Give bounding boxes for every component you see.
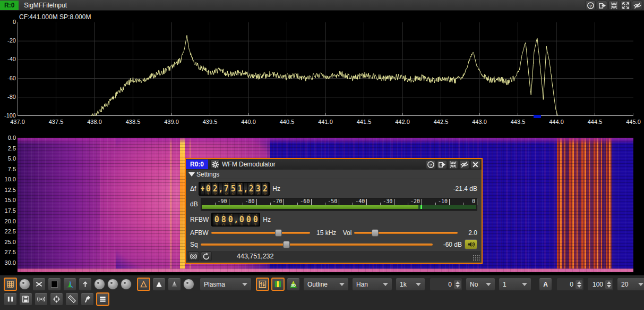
background-color-button[interactable] <box>48 278 61 291</box>
hide-button[interactable] <box>459 160 469 169</box>
ruler-button[interactable] <box>65 292 79 306</box>
maximize-button[interactable] <box>620 1 631 10</box>
digit-cell[interactable]: 021 <box>236 183 243 195</box>
ref-level-knob[interactable] <box>19 279 30 290</box>
volume-slider[interactable] <box>354 229 458 237</box>
arrow-down-icon[interactable] <box>577 285 581 288</box>
waterfall-arrows-button[interactable] <box>256 278 269 291</box>
knob-3[interactable] <box>107 279 118 290</box>
gear-icon[interactable] <box>210 160 220 169</box>
digit-cell[interactable]: 465 <box>229 183 236 195</box>
digit-cell[interactable]: 132 <box>247 183 254 195</box>
autoscale-button[interactable]: A <box>539 278 552 291</box>
frequency-dial[interactable]: +910132,687465021,132243132 <box>199 182 270 196</box>
x-icon <box>35 280 43 288</box>
fft-overlap-spin[interactable]: 0 <box>430 278 462 291</box>
digit-cell[interactable]: , <box>218 183 222 195</box>
digit-cell[interactable]: 910 <box>252 214 259 225</box>
digit-cell[interactable]: 910 <box>213 214 220 225</box>
digit-cell[interactable]: 910 <box>245 214 252 225</box>
digit-cell[interactable]: 910 <box>238 214 245 225</box>
chevron-down-icon <box>416 283 421 286</box>
channel-badge[interactable]: R0:0 <box>186 160 208 169</box>
meter-minor-tick <box>215 203 216 205</box>
digit-cell[interactable]: 910 <box>204 183 211 195</box>
squelch-slider[interactable] <box>201 240 433 249</box>
help-button[interactable]: ? <box>585 1 596 10</box>
digit-cell[interactable]: 798 <box>220 214 227 225</box>
afbw-value: 15 kHz <box>313 229 340 237</box>
arrow-up-icon[interactable] <box>577 281 581 284</box>
slider-handle[interactable] <box>275 229 282 237</box>
center-frequency-button[interactable] <box>188 252 199 261</box>
save-button[interactable] <box>19 292 32 306</box>
help-button[interactable]: ? <box>426 160 436 169</box>
rf-bandwidth-dial[interactable]: 910798910,910910910 <box>211 213 260 227</box>
slider-handle[interactable] <box>372 229 379 237</box>
knob-5[interactable] <box>183 279 194 290</box>
spin-arrows[interactable] <box>605 280 612 289</box>
trace-fill-button[interactable] <box>152 278 166 291</box>
arrow-up-icon[interactable] <box>607 281 611 284</box>
reset-frequency-button[interactable] <box>201 252 212 261</box>
freeze-scroll-button[interactable] <box>79 278 92 291</box>
digit-cell[interactable]: 910 <box>227 214 234 225</box>
power-tick-label: -100 <box>0 112 16 119</box>
device-badge[interactable]: R:0 <box>0 1 19 10</box>
grid-toggle-button[interactable] <box>4 278 17 291</box>
caliper-button[interactable] <box>81 292 94 306</box>
colormap-select[interactable]: Plasma <box>200 278 252 291</box>
stripes-button[interactable] <box>271 278 285 291</box>
fft-size-select[interactable]: 1k <box>396 278 425 291</box>
broadcast-button[interactable] <box>35 292 48 306</box>
averaging-count-select[interactable]: 1 <box>499 278 531 291</box>
arrow-down-icon[interactable] <box>607 285 611 288</box>
hide-button[interactable] <box>632 1 642 10</box>
toolbar-row-1: Plasma3DOutlineHan1k0No1A010020 <box>4 278 644 291</box>
shrink-button[interactable] <box>608 1 619 10</box>
audio-mute-button[interactable] <box>465 239 477 249</box>
averaging-mode-select[interactable]: No <box>466 278 495 291</box>
digit-cell[interactable]: 132 <box>261 183 268 195</box>
arrow-down-icon[interactable] <box>456 285 460 288</box>
trace-gradient-button[interactable] <box>168 278 181 291</box>
spectrum-display[interactable] <box>18 22 633 116</box>
histogram-button[interactable] <box>63 278 76 291</box>
demod-titlebar[interactable]: R0:0 WFM Demodulator ? <box>186 159 482 170</box>
digit-cell[interactable]: + <box>200 183 204 195</box>
pause-button[interactable] <box>4 292 17 306</box>
spin-arrows[interactable] <box>454 280 461 289</box>
spectrogram-3d-button[interactable]: 3D <box>287 278 300 291</box>
spin-arrows[interactable] <box>576 280 582 289</box>
move-workspace-button[interactable] <box>437 160 447 169</box>
knob-2[interactable] <box>94 279 105 290</box>
menu-button[interactable] <box>96 292 109 306</box>
digit-cell[interactable]: 132 <box>211 183 218 195</box>
digit-cell[interactable]: , <box>234 214 238 225</box>
channel-marker[interactable] <box>534 115 541 118</box>
digit-cell[interactable]: 687 <box>222 183 229 195</box>
fft-window-select[interactable]: Han <box>352 278 392 291</box>
afbw-slider[interactable] <box>211 229 310 237</box>
spectrum-trace <box>91 35 558 116</box>
settings-rollup[interactable]: Settings <box>186 170 482 179</box>
digit-cell[interactable]: 243 <box>254 183 261 195</box>
range-spin[interactable]: 100 <box>587 278 614 291</box>
afbw-label: AFBW <box>190 229 209 237</box>
close-button[interactable] <box>470 160 480 169</box>
digit-cell[interactable]: , <box>243 183 247 195</box>
crosshair-button[interactable] <box>50 292 63 306</box>
arrow-up-icon[interactable] <box>456 281 460 284</box>
trace-outline-button[interactable] <box>137 278 150 291</box>
decay-select[interactable]: 20 <box>617 278 644 291</box>
style-select[interactable]: Outline <box>303 278 349 291</box>
move-workspace-button[interactable] <box>597 1 607 10</box>
shrink-button[interactable] <box>448 160 458 169</box>
knob-4[interactable] <box>121 279 132 290</box>
rfbw-label: RFBW <box>190 216 209 223</box>
slider-handle[interactable] <box>283 241 290 248</box>
combo-value: 1 <box>503 281 519 288</box>
clear-spectrum-button[interactable] <box>32 278 46 291</box>
ref-level-spin[interactable]: 0 <box>556 278 584 291</box>
resize-grip[interactable] <box>472 254 480 261</box>
